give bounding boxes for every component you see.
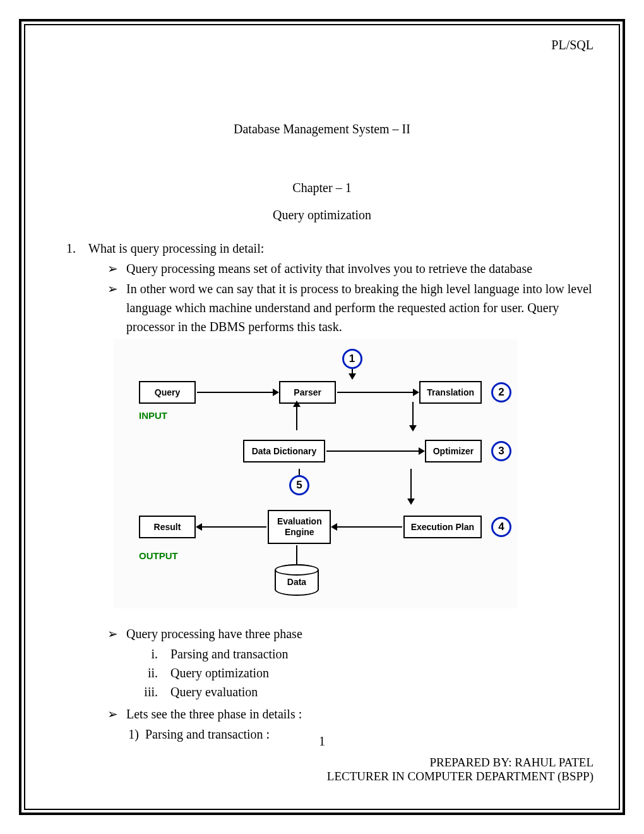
bullet-item: ➢ In other word we can say that it is pr… [107, 279, 593, 336]
bullet-item: ➢ Lets see the three phase in details : [107, 704, 593, 723]
box-evaluation-engine: EvaluationEngine [268, 510, 331, 544]
bullet-icon: ➢ [107, 279, 126, 336]
diagram-row: Data Dictionary Optimizer 3 [120, 440, 511, 462]
list-item: iii. Query evaluation [133, 682, 593, 701]
diagram-container: 1 Query Parser Translation 2 INPUT [114, 339, 593, 608]
bullet-icon: ➢ [107, 259, 126, 278]
header-label: PL/SQL [51, 38, 593, 52]
query-processing-diagram: 1 Query Parser Translation 2 INPUT [114, 339, 518, 608]
box-optimizer: Optimizer [425, 440, 482, 462]
diagram-row: Result EvaluationEngine Execution Plan 4 [120, 510, 511, 544]
page-inner-border: PL/SQL Database Management System – II C… [24, 24, 620, 810]
bullet-item: ➢ Query processing means set of activity… [107, 259, 593, 278]
box-query: Query [139, 381, 196, 404]
step-circle-5: 5 [289, 475, 309, 495]
roman-number: ii. [133, 663, 170, 682]
step-circle-2: 2 [491, 382, 511, 402]
question-text: What is query processing in detail: [88, 241, 264, 256]
diagram-row: Query Parser Translation 2 [120, 381, 511, 404]
page-number: 1 [25, 734, 619, 749]
roman-text: Parsing and transaction [170, 644, 289, 663]
roman-number: iii. [133, 682, 170, 701]
bullet-item: ➢ Query processing have three phase [107, 624, 593, 643]
box-translation: Translation [419, 381, 482, 404]
arrow-up-icon [296, 402, 297, 430]
footer-line-1: PREPARED BY: RAHUL PATEL [327, 756, 593, 770]
bullet-list-after: ➢ Lets see the three phase in details : [107, 704, 593, 723]
step-circle-3: 3 [491, 441, 511, 461]
roman-number: i. [133, 644, 170, 663]
footer-line-2: LECTURER IN COMPUTER DEPARTMENT (BSPP) [327, 770, 593, 783]
box-execution-plan: Execution Plan [403, 516, 482, 538]
data-label: Data [287, 577, 306, 587]
arrow-down-icon [410, 469, 412, 504]
step-circle-4: 4 [491, 517, 511, 537]
bullet-list-top: ➢ Query processing means set of activity… [107, 259, 593, 336]
bullet-icon: ➢ [107, 704, 126, 723]
question-number: 1. [51, 241, 88, 256]
bullet-icon: ➢ [107, 624, 126, 643]
footer: PREPARED BY: RAHUL PATEL LECTURER IN COM… [327, 756, 593, 783]
line-icon [299, 469, 300, 475]
roman-text: Query evaluation [170, 682, 258, 701]
arrow-right-icon [337, 392, 418, 393]
bullet-list-bottom: ➢ Query processing have three phase [107, 624, 593, 643]
data-cylinder-icon: Data [275, 564, 319, 596]
arrow-right-icon [326, 450, 424, 452]
box-parser: Parser [279, 381, 336, 404]
box-result: Result [139, 516, 196, 538]
doc-title: Database Management System – II [51, 122, 593, 136]
arrow-left-icon [332, 526, 402, 528]
list-item: ii. Query optimization [133, 663, 593, 682]
page-outer-border: PL/SQL Database Management System – II C… [19, 19, 625, 815]
line-icon [296, 545, 297, 564]
roman-list: i. Parsing and transaction ii. Query opt… [133, 644, 593, 701]
bullet-text: Lets see the three phase in details : [126, 704, 593, 723]
bullet-text: Query processing means set of activity t… [126, 259, 593, 278]
question-line: 1. What is query processing in detail: [51, 241, 593, 256]
bullet-text: Query processing have three phase [126, 624, 593, 643]
box-label: EvaluationEngine [275, 516, 323, 538]
arrow-right-icon [197, 392, 278, 393]
step-circle-1: 1 [342, 349, 362, 369]
chapter-label: Chapter – 1 [51, 181, 593, 195]
list-item: i. Parsing and transaction [133, 644, 593, 663]
arrow-left-icon [197, 526, 266, 528]
box-data-dictionary: Data Dictionary [243, 440, 325, 462]
arrow-down-icon [412, 402, 414, 430]
arrow-down-icon [352, 369, 353, 378]
roman-text: Query optimization [170, 663, 269, 682]
subtitle: Query optimization [51, 208, 593, 222]
bullet-text: In other word we can say that it is proc… [126, 279, 593, 336]
